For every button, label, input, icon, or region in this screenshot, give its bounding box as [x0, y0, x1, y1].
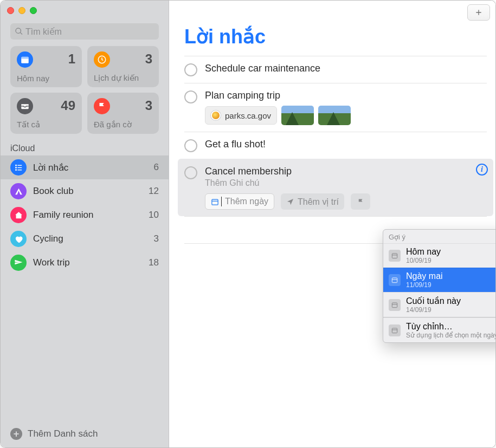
sidebar-item-work-trip[interactable]: Work trip 18	[1, 251, 169, 275]
calendar-icon	[389, 274, 401, 286]
inbox-icon	[17, 98, 33, 114]
complete-toggle[interactable]	[184, 90, 197, 103]
list-bullet-icon	[10, 159, 27, 176]
flag-pill[interactable]	[351, 193, 370, 210]
sidebar-item-count: 3	[154, 233, 159, 244]
flag-icon	[94, 98, 110, 114]
sidebar-item-family-reunion[interactable]: Family reunion 10	[1, 203, 169, 227]
reminder-title: Cancel membership	[205, 166, 487, 177]
svg-rect-9	[212, 199, 218, 205]
plus-icon	[474, 8, 483, 17]
smart-list-cards: 1 Hôm nay 3 Lịch dự kiến 49	[1, 46, 169, 141]
close-icon[interactable]	[7, 7, 14, 14]
sidebar-item-cycling[interactable]: Cycling 3	[1, 227, 169, 251]
calendar-icon	[389, 299, 401, 311]
suggestion-subtitle: 10/09/19	[406, 257, 441, 264]
add-list-label: Thêm Danh sách	[28, 428, 98, 439]
plus-circle-icon: +	[10, 428, 22, 440]
reminder-row[interactable]: Schedule car maintenance	[184, 56, 487, 83]
suggestion-subtitle: Sử dụng lịch để chọn một ngày	[406, 332, 496, 339]
reminder-title: Get a flu shot!	[205, 139, 487, 150]
search-placeholder: Tìm kiếm	[25, 27, 62, 37]
app-window: Tìm kiếm 1 Hôm nay 3 Lịch	[0, 0, 496, 448]
reminder-title: Plan camping trip	[205, 90, 487, 101]
svg-rect-11	[392, 254, 397, 258]
suggestion-weekend[interactable]: Cuối tuần này 14/09/19	[383, 292, 496, 317]
svg-point-3	[15, 164, 17, 166]
calendar-icon	[211, 198, 219, 206]
card-all[interactable]: 49 Tất cả	[10, 93, 82, 134]
reminder-row[interactable]: Get a flu shot!	[184, 132, 487, 159]
image-attachment[interactable]	[281, 106, 314, 125]
complete-toggle[interactable]	[184, 139, 197, 152]
svg-rect-17	[392, 328, 397, 333]
sidebar-item-book-club[interactable]: Book club 12	[1, 179, 169, 203]
suggestion-today[interactable]: Hôm nay 10/09/19	[383, 243, 496, 268]
card-scheduled[interactable]: 3 Lịch dự kiến	[87, 46, 159, 87]
search-input[interactable]: Tìm kiếm	[10, 23, 159, 40]
calendar-today-icon	[17, 51, 33, 68]
sidebar: Tìm kiếm 1 Hôm nay 3 Lịch	[1, 1, 169, 447]
search-icon	[15, 27, 23, 36]
minimize-icon[interactable]	[18, 7, 25, 14]
heart-icon	[10, 231, 27, 247]
suggestion-subtitle: 14/09/19	[406, 306, 461, 314]
maximize-icon[interactable]	[30, 7, 37, 14]
card-flagged[interactable]: 3 Đã gắn cờ	[87, 93, 159, 134]
tent-icon	[10, 183, 27, 199]
list-container: Lời nhắc 6 Book club 12 Family reunion 1…	[1, 155, 169, 420]
clock-icon	[94, 51, 110, 68]
reminder-row-editing[interactable]: Cancel membership Thêm Ghi chú Thêm ngày…	[178, 159, 493, 216]
section-icloud: iCloud	[1, 141, 169, 155]
suggestion-title: Hôm nay	[406, 247, 441, 257]
suggestion-title: Ngày mai	[406, 271, 443, 281]
sidebar-item-label: Work trip	[33, 257, 70, 268]
svg-rect-13	[392, 278, 397, 283]
add-date-pill[interactable]: Thêm ngày	[205, 193, 274, 210]
sidebar-item-count: 10	[149, 210, 159, 220]
add-location-pill[interactable]: Thêm vị trí	[281, 193, 344, 210]
sidebar-item-count: 18	[149, 257, 159, 268]
svg-point-5	[15, 167, 17, 168]
add-date-label: Thêm ngày	[225, 197, 268, 206]
card-today[interactable]: 1 Hôm nay	[10, 46, 82, 87]
add-reminder-button[interactable]	[467, 4, 490, 21]
suggestion-tomorrow[interactable]: Ngày mai 11/09/19	[383, 268, 496, 292]
toolbar	[169, 1, 495, 24]
suggestion-subtitle: 11/09/19	[406, 281, 443, 289]
svg-rect-4	[17, 165, 22, 165]
image-attachment[interactable]	[318, 106, 351, 125]
complete-toggle[interactable]	[184, 63, 197, 76]
add-location-label: Thêm vị trí	[298, 197, 339, 207]
favicon-icon	[211, 111, 221, 120]
add-list-button[interactable]: + Thêm Danh sách	[1, 420, 169, 447]
svg-rect-8	[17, 170, 22, 170]
date-suggestion-popover: Gợi ý Hôm nay 10/09/19 Ngày mai 11/09/19	[383, 229, 496, 343]
reminder-row[interactable]: Plan camping trip parks.ca.gov	[184, 83, 487, 132]
svg-rect-1	[21, 57, 29, 59]
sidebar-item-count: 6	[154, 162, 159, 173]
sidebar-item-count: 12	[149, 186, 159, 197]
reminder-list: Schedule car maintenance Plan camping tr…	[169, 56, 495, 244]
link-attachment[interactable]: parks.ca.gov	[205, 106, 277, 125]
svg-rect-6	[17, 167, 22, 167]
flag-icon	[357, 198, 365, 206]
sidebar-item-reminders[interactable]: Lời nhắc 6	[1, 155, 169, 179]
complete-toggle[interactable]	[184, 166, 197, 179]
calendar-icon	[389, 250, 401, 262]
reminder-title: Schedule car maintenance	[205, 63, 487, 74]
main-panel: Lời nhắc Schedule car maintenance Plan c…	[169, 1, 495, 447]
sidebar-item-label: Book club	[33, 186, 74, 197]
calendar-icon	[389, 324, 401, 336]
house-icon	[10, 207, 27, 223]
svg-point-7	[15, 169, 17, 171]
window-controls	[1, 1, 169, 16]
attachments: parks.ca.gov	[205, 106, 487, 125]
suggestion-custom[interactable]: Tùy chỉnh… Sử dụng lịch để chọn một ngày	[383, 317, 496, 342]
link-label: parks.ca.gov	[225, 111, 271, 120]
location-arrow-icon	[286, 198, 294, 206]
airplane-icon	[10, 255, 27, 271]
sidebar-item-label: Cycling	[33, 233, 63, 244]
info-button[interactable]: i	[476, 164, 488, 176]
note-placeholder[interactable]: Thêm Ghi chú	[205, 178, 487, 188]
